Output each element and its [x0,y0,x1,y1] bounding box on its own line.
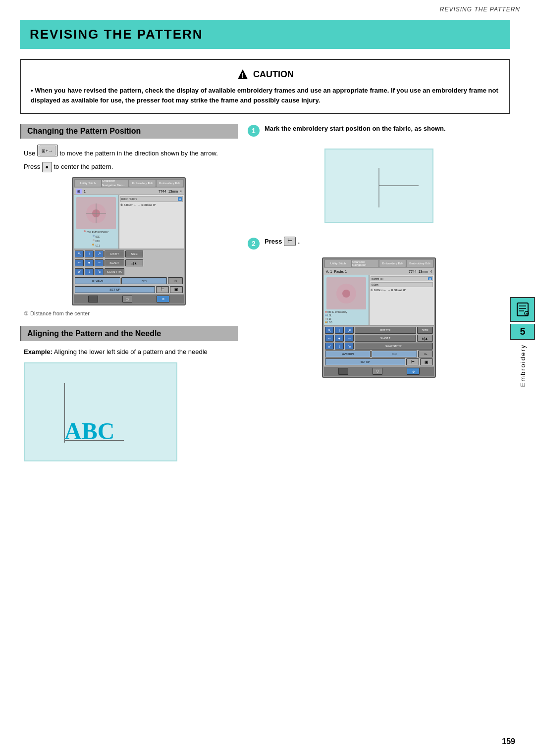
svg-point-9 [342,290,350,298]
changing-section-header: Changing the Pattern Position [20,124,238,139]
page-section-label: REVISING THE PATTERN [440,6,520,13]
screen-mockup-2-wrapper: Utility Stitch Character Navigation Embr… [248,257,510,378]
svg-text:★: ★ [526,312,528,315]
press-label: Press [24,163,40,170]
two-column-layout: Changing the Pattern Position Use ⊞+→ to… [20,124,510,466]
tab-number: 5 [510,324,535,340]
right-tab: ★ 5 Embroidery [510,297,535,387]
fabric-diagram [324,149,433,223]
abc-text: ABC [64,412,114,451]
press-icon[interactable]: ⊢ [284,237,296,246]
step-1-text: Mark the embroidery start position on th… [265,124,446,134]
aligning-section-content: Example: Aligning the lower left side of… [20,347,238,461]
tab-icon: ★ [510,297,535,322]
main-content: REVISING THE PATTERN ! CAUTION • When yo… [20,20,510,736]
press-label-2: Press [265,238,282,245]
press-button-row: Press ⊢ . [265,237,300,246]
caution-title: ! CAUTION [31,68,499,81]
example-label: Example: [24,348,53,355]
caution-box: ! CAUTION • When you have revised the pa… [20,59,510,114]
aligning-section-header: Aligning the Pattern and the Needle [20,326,238,341]
changing-section-content: Use ⊞+→ to move the pattern in the direc… [20,145,238,318]
abc-diagram: ABC [24,362,177,461]
tab-label: Embroidery [519,344,527,387]
center-text: to center the pattern. [54,163,113,170]
step-2-number: 2 [248,238,260,250]
left-column: Changing the Pattern Position Use ⊞+→ to… [20,124,238,466]
use-label: Use [24,150,35,157]
page-number: 159 [502,737,515,746]
caution-icon: ! [236,68,249,81]
step-2-content: Press ⊢ . [265,237,300,246]
screen-annotation: ① Distance from the center [24,309,234,318]
chapter-header: REVISING THE PATTERN [20,20,510,49]
svg-text:⊞+→: ⊞+→ [42,149,53,153]
step-1-number: 1 [248,125,260,137]
screen-mockup-2: Utility Stitch Character Navigation Embr… [322,257,436,378]
caution-text: • When you have revised the pattern, che… [31,86,499,105]
step-1: 1 Mark the embroidery start position on … [248,124,510,137]
caution-bold-text: When you have revised the pattern, check… [31,87,498,104]
direction-key[interactable]: ⊞+→ [37,145,58,156]
crosshair-horizontal [379,186,419,186]
svg-text:!: ! [242,72,244,80]
aligning-section: Aligning the Pattern and the Needle Exam… [20,326,238,461]
right-column: 1 Mark the embroidery start position on … [248,124,510,466]
chapter-title: REVISING THE PATTERN [30,27,500,42]
center-key[interactable]: ● [42,162,52,173]
move-text: to move the pattern in the direction sho… [59,150,217,157]
screen-mockup-1: Utility Stitch Character Navigation Menu… [72,177,186,305]
step-2: 2 Press ⊢ . [248,237,510,250]
crosshair-vertical [379,168,379,207]
